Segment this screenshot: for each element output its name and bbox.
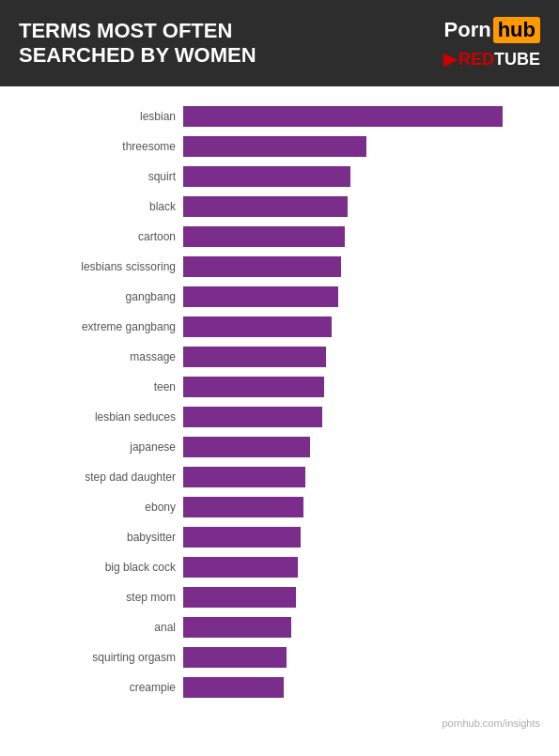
- bar-label: anal: [0, 614, 183, 640]
- chart-row: anal: [183, 614, 540, 640]
- bar: [183, 316, 332, 337]
- bar-label: threesome: [0, 133, 183, 160]
- chart-row: extreme gangbang: [183, 314, 540, 340]
- bar-label: massage: [0, 344, 183, 370]
- chart-row: black: [183, 193, 540, 220]
- bar-label: step mom: [0, 584, 183, 610]
- bar: [183, 527, 301, 548]
- bar-label: lesbians scissoring: [0, 254, 183, 280]
- redtube-tube: TUBE: [494, 50, 540, 69]
- footer-url: pornhub.com/insights: [0, 714, 559, 734]
- bar-label: extreme gangbang: [0, 314, 183, 340]
- bar-label: cartoon: [0, 224, 183, 250]
- pornhub-hub: hub: [493, 17, 540, 43]
- bar-label: gangbang: [0, 284, 183, 310]
- bar: [183, 196, 348, 217]
- bar-label: lesbian seduces: [0, 404, 183, 430]
- header: TERMS MOST OFTEN SEARCHED BY WOMEN Pornh…: [0, 0, 559, 86]
- bar-label: squirt: [0, 163, 183, 190]
- bar: [183, 347, 326, 367]
- bar-label: step dad daughter: [0, 464, 183, 490]
- bar: [183, 166, 350, 187]
- bar: [183, 136, 366, 157]
- redtube-red: RED: [458, 50, 494, 69]
- pornhub-logo: Pornhub: [444, 17, 540, 43]
- logos: Pornhub ▶REDTUBE: [443, 17, 540, 69]
- chart-row: massage: [183, 344, 540, 370]
- bar: [183, 437, 310, 457]
- chart-row: big black cock: [183, 554, 540, 580]
- bar: [183, 256, 341, 277]
- chart-row: threesome: [183, 133, 540, 160]
- bar-label: teen: [0, 374, 183, 400]
- bar: [183, 587, 296, 608]
- bar: [183, 377, 324, 397]
- bar: [183, 497, 303, 517]
- chart-row: japanese: [183, 434, 540, 460]
- bar: [183, 647, 287, 668]
- chart-row: lesbian seduces: [183, 404, 540, 430]
- bar-label: japanese: [0, 434, 183, 460]
- bar: [183, 226, 345, 247]
- chart-area: lesbianthreesomesquirtblackcartoonlesbia…: [0, 86, 559, 714]
- chart-row: cartoon: [183, 224, 540, 250]
- chart-row: step mom: [183, 584, 540, 610]
- bar-label: creampie: [0, 674, 183, 701]
- chart-row: squirt: [183, 163, 540, 190]
- bar: [183, 407, 322, 427]
- bar-label: ebony: [0, 494, 183, 520]
- bar-label: babysitter: [0, 524, 183, 550]
- bar: [183, 467, 305, 487]
- bar-label: lesbian: [0, 103, 183, 130]
- bar-label: black: [0, 193, 183, 220]
- bar: [183, 106, 503, 127]
- bar: [183, 617, 291, 638]
- chart-row: lesbian: [183, 103, 540, 130]
- redtube-logo: ▶REDTUBE: [443, 49, 540, 69]
- chart-title: TERMS MOST OFTEN SEARCHED BY WOMEN: [19, 19, 301, 69]
- chart-row: babysitter: [183, 524, 540, 550]
- bar-label: big black cock: [0, 554, 183, 580]
- bar: [183, 286, 338, 307]
- redtube-icon: ▶: [443, 49, 457, 69]
- chart-row: squirting orgasm: [183, 644, 540, 671]
- chart-row: gangbang: [183, 284, 540, 310]
- bar: [183, 557, 298, 578]
- chart-row: teen: [183, 374, 540, 400]
- chart-row: creampie: [183, 674, 540, 701]
- chart-row: ebony: [183, 494, 540, 520]
- pornhub-text: Porn: [444, 18, 491, 42]
- bar-label: squirting orgasm: [0, 644, 183, 671]
- chart-row: step dad daughter: [183, 464, 540, 490]
- bar: [183, 677, 284, 698]
- chart-row: lesbians scissoring: [183, 254, 540, 280]
